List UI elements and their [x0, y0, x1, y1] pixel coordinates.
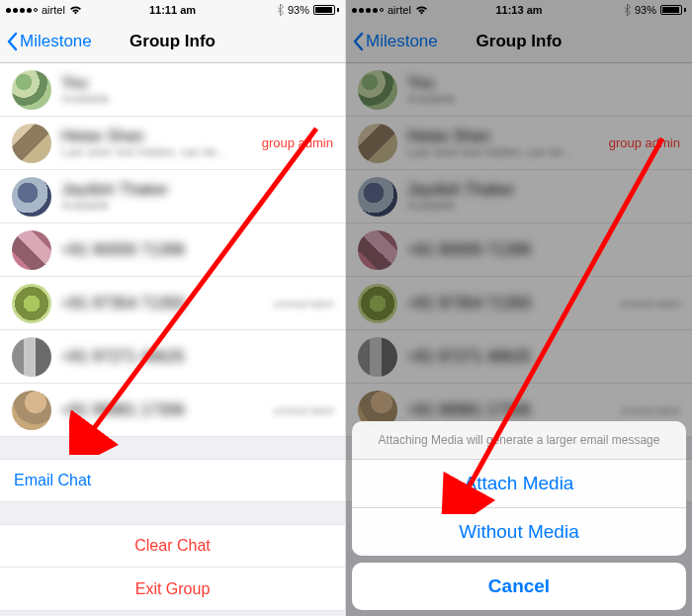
participant-status: Last seen text hidden, can be...: [407, 145, 609, 159]
participant-row[interactable]: Hetax Shan Last seen text hidden, can be…: [0, 117, 345, 170]
without-media-label: Without Media: [459, 521, 578, 542]
signal-strength-icon: [352, 8, 384, 13]
participant-row[interactable]: Hetax Shan Last seen text hidden, can be…: [346, 117, 692, 170]
participant-name: You: [407, 74, 680, 92]
battery-percent: 93%: [288, 4, 309, 16]
participant-name: +91 90000 71399: [61, 241, 333, 259]
status-bar: airtel 11:13 am 93%: [346, 0, 692, 20]
attach-media-button[interactable]: Attach Media: [352, 460, 686, 508]
back-label: Milestone: [366, 32, 438, 51]
participant-row[interactable]: +91 90000 71399: [0, 223, 345, 277]
admin-badge: group admin: [262, 135, 333, 150]
admin-badge: group admin: [609, 135, 680, 150]
bluetooth-icon: [624, 4, 631, 16]
battery-icon: [313, 5, 339, 15]
participant-name: +91 90000 71399: [407, 241, 680, 259]
nav-bar: Milestone Group Info: [0, 20, 345, 63]
participant-name: +91 98981 17306: [61, 401, 273, 419]
carrier-label: airtel: [388, 4, 411, 16]
action-sheet: Attaching Media will generate a larger e…: [352, 421, 686, 616]
email-chat-button[interactable]: Email Chat: [0, 459, 345, 502]
phone-left: airtel 11:11 am 93% Milestone: [0, 0, 346, 616]
exit-group-label: Exit Group: [135, 580, 211, 598]
page-title: Group Info: [130, 32, 216, 51]
chevron-left-icon: [6, 32, 18, 51]
sheet-title: Attaching Media will generate a larger e…: [352, 421, 686, 460]
participant-status: Available: [407, 92, 680, 106]
battery-percent: 93%: [635, 4, 656, 16]
avatar: [12, 337, 51, 377]
avatar: [358, 177, 397, 217]
participant-name: Hetax Shan: [61, 128, 262, 145]
back-button[interactable]: Milestone: [0, 32, 92, 51]
cancel-label: Cancel: [488, 575, 550, 596]
participant-name: +91 97271 48625: [61, 348, 333, 366]
avatar: [358, 284, 397, 323]
participant-row[interactable]: Jaydish Thaker Available: [0, 170, 345, 223]
participant-row[interactable]: +91 97271 48625: [346, 330, 692, 384]
wifi-icon: [415, 5, 428, 15]
phone-right: airtel 11:13 am 93% Milestone: [346, 0, 692, 616]
avatar: [12, 284, 51, 323]
exit-group-button[interactable]: Exit Group: [0, 568, 345, 611]
participant-meta: unread label: [273, 404, 333, 416]
battery-icon: [660, 5, 686, 15]
participant-meta: unread label: [620, 298, 680, 309]
participant-row[interactable]: Jaydish Thaker Available: [346, 170, 692, 223]
avatar: [358, 124, 397, 163]
group-footer: Created Created 30 May 2015.: [0, 611, 345, 616]
avatar: [12, 70, 51, 110]
status-time: 11:13 am: [495, 4, 542, 16]
participant-row[interactable]: You Available: [346, 63, 692, 117]
participant-name: Jaydish Thaker: [61, 181, 333, 199]
participant-name: +91 97354 71350: [407, 295, 620, 312]
participant-row[interactable]: +91 97271 48625: [0, 330, 345, 384]
back-button[interactable]: Milestone: [346, 32, 438, 51]
participant-row[interactable]: +91 98981 17306 unread label: [0, 384, 345, 437]
participant-name: You: [61, 74, 333, 92]
participant-row[interactable]: You Available: [0, 63, 345, 117]
cancel-button[interactable]: Cancel: [352, 563, 686, 610]
avatar: [358, 230, 397, 270]
without-media-button[interactable]: Without Media: [352, 508, 686, 556]
avatar: [358, 337, 397, 377]
participant-name: +91 97271 48625: [407, 348, 680, 366]
participant-name: +91 98981 17306: [407, 401, 620, 419]
chevron-left-icon: [352, 32, 364, 51]
attach-media-label: Attach Media: [465, 473, 574, 493]
status-time: 11:11 am: [149, 4, 196, 16]
participant-status: Available: [61, 92, 333, 106]
avatar: [12, 177, 51, 217]
avatar: [12, 124, 51, 163]
participant-status: Available: [407, 199, 680, 213]
participant-name: +91 97354 71350: [61, 295, 273, 312]
nav-bar: Milestone Group Info: [346, 20, 692, 63]
participant-row[interactable]: +91 97354 71350 unread label: [0, 277, 345, 330]
signal-strength-icon: [6, 8, 38, 13]
clear-chat-button[interactable]: Clear Chat: [0, 524, 345, 568]
participant-row[interactable]: +91 97354 71350 unread label: [346, 277, 692, 330]
participant-name: Jaydish Thaker: [407, 181, 680, 199]
participant-status: Last seen text hidden, can be...: [61, 145, 262, 159]
participants-list: You Available Hetax Shan Last seen text …: [0, 63, 345, 437]
participant-meta: unread label: [620, 404, 680, 416]
avatar: [358, 70, 397, 110]
page-title: Group Info: [476, 32, 562, 51]
clear-chat-label: Clear Chat: [134, 537, 210, 555]
bluetooth-icon: [277, 4, 284, 16]
status-bar: airtel 11:11 am 93%: [0, 0, 345, 20]
participant-status: Available: [61, 199, 333, 213]
wifi-icon: [69, 5, 82, 15]
email-chat-label: Email Chat: [14, 472, 91, 489]
avatar: [12, 391, 51, 430]
avatar: [12, 230, 51, 270]
participant-row[interactable]: +91 90000 71399: [346, 223, 692, 277]
participant-name: Hetax Shan: [407, 128, 609, 145]
participants-list: You Available Hetax Shan Last seen text …: [346, 63, 692, 437]
carrier-label: airtel: [42, 4, 65, 16]
participant-meta: unread label: [273, 298, 333, 309]
back-label: Milestone: [20, 32, 92, 51]
